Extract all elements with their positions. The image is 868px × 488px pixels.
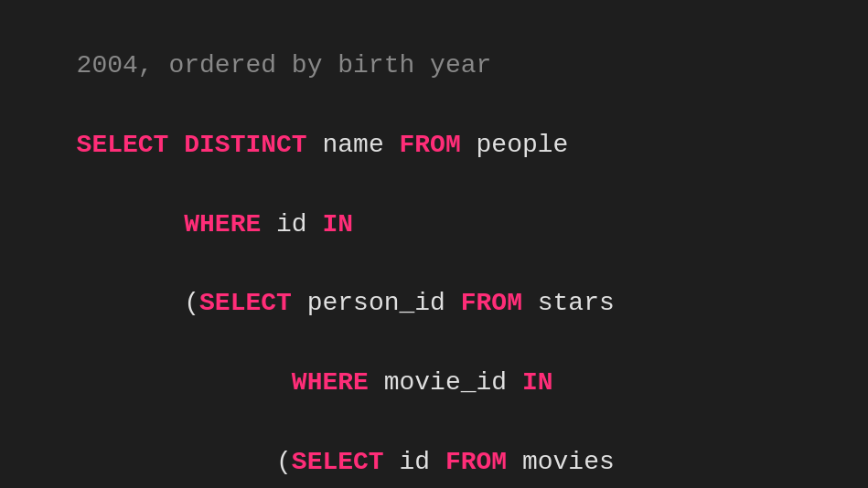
keyword-in-2: IN [522,368,553,397]
keyword-from-2: FROM [461,289,522,317]
keyword-distinct: DISTINCT [184,131,306,159]
keyword-select-2: SELECT [199,289,292,317]
keyword-select-3: SELECT [292,448,384,476]
keyword-where-1: WHERE [184,210,261,239]
keyword-from-1: FROM [400,131,461,159]
line4-text: movie_id [369,368,522,397]
line5-text: id [384,448,445,476]
line3-text: person_id [292,289,461,317]
code-block: -- list the names of all people who star… [0,0,722,488]
keyword-from-3: FROM [445,448,507,476]
line5-text2: movies [507,448,615,476]
comment-line3: 2004, ordered by birth year [77,51,492,80]
line3-text2: stars [522,289,615,317]
keyword-in-1: IN [322,210,353,239]
keyword-where-2: WHERE [292,368,369,397]
line2-text: id [261,210,322,239]
line1-text2: people [461,131,569,159]
line1-text: name [307,131,400,159]
keyword-select: SELECT [77,131,169,159]
